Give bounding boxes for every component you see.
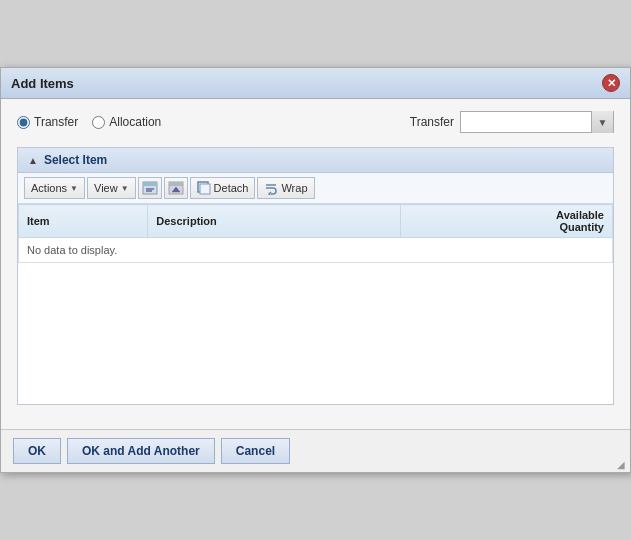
transfer-radio[interactable] xyxy=(17,116,30,129)
radio-group: Transfer Allocation xyxy=(17,115,161,129)
dialog-header: Add Items ✕ xyxy=(1,68,630,99)
transfer-field-label: Transfer xyxy=(410,115,454,129)
detach-label: Detach xyxy=(214,182,249,194)
detach-icon xyxy=(197,181,211,195)
view-label: View xyxy=(94,182,118,194)
section-title: Select Item xyxy=(44,153,107,167)
import-icon xyxy=(168,180,184,196)
ok-button[interactable]: OK xyxy=(13,438,61,464)
view-button[interactable]: View ▼ xyxy=(87,177,136,199)
transfer-select-wrapper: ▼ xyxy=(460,111,614,133)
dialog-body: Transfer Allocation Transfer ▼ xyxy=(1,99,630,429)
dialog-title: Add Items xyxy=(11,76,74,91)
toolbar: Actions ▼ View ▼ xyxy=(18,173,613,204)
view-dropdown-arrow: ▼ xyxy=(121,184,129,193)
items-table: Item Description AvailableQuantity No da… xyxy=(18,204,613,263)
close-button[interactable]: ✕ xyxy=(602,74,620,92)
wrap-icon xyxy=(264,181,278,195)
no-data-message: No data to display. xyxy=(19,238,613,263)
col-item: Item xyxy=(19,205,148,238)
allocation-radio[interactable] xyxy=(92,116,105,129)
transfer-input[interactable] xyxy=(461,112,591,132)
transfer-radio-label[interactable]: Transfer xyxy=(17,115,78,129)
wrap-button[interactable]: Wrap xyxy=(257,177,314,199)
actions-button[interactable]: Actions ▼ xyxy=(24,177,85,199)
no-data-row: No data to display. xyxy=(19,238,613,263)
transfer-dropdown-arrow[interactable]: ▼ xyxy=(591,111,613,133)
select-item-section: ▲ Select Item Actions ▼ View ▼ xyxy=(17,147,614,405)
cancel-button[interactable]: Cancel xyxy=(221,438,290,464)
transfer-radio-text: Transfer xyxy=(34,115,78,129)
export-icon xyxy=(142,180,158,196)
table-header-row: Item Description AvailableQuantity xyxy=(19,205,613,238)
add-items-dialog: Add Items ✕ Transfer Allocation T xyxy=(0,67,631,473)
ok-add-another-button[interactable]: OK and Add Another xyxy=(67,438,215,464)
col-available-qty: AvailableQuantity xyxy=(401,205,613,238)
export-icon-button[interactable] xyxy=(138,177,162,199)
actions-dropdown-arrow: ▼ xyxy=(70,184,78,193)
table-container: Item Description AvailableQuantity No da… xyxy=(18,204,613,404)
col-description: Description xyxy=(148,205,401,238)
svg-rect-5 xyxy=(169,182,183,186)
transfer-field: Transfer ▼ xyxy=(410,111,614,133)
top-controls: Transfer Allocation Transfer ▼ xyxy=(17,111,614,133)
svg-rect-1 xyxy=(143,182,157,186)
detach-button[interactable]: Detach xyxy=(190,177,256,199)
wrap-label: Wrap xyxy=(281,182,307,194)
resize-handle[interactable]: ◢ xyxy=(617,459,629,471)
allocation-radio-label[interactable]: Allocation xyxy=(92,115,161,129)
section-header: ▲ Select Item xyxy=(18,148,613,173)
actions-label: Actions xyxy=(31,182,67,194)
collapse-icon[interactable]: ▲ xyxy=(28,155,38,166)
svg-rect-8 xyxy=(200,184,210,194)
dialog-footer: OK OK and Add Another Cancel xyxy=(1,429,630,472)
allocation-radio-text: Allocation xyxy=(109,115,161,129)
import-icon-button[interactable] xyxy=(164,177,188,199)
